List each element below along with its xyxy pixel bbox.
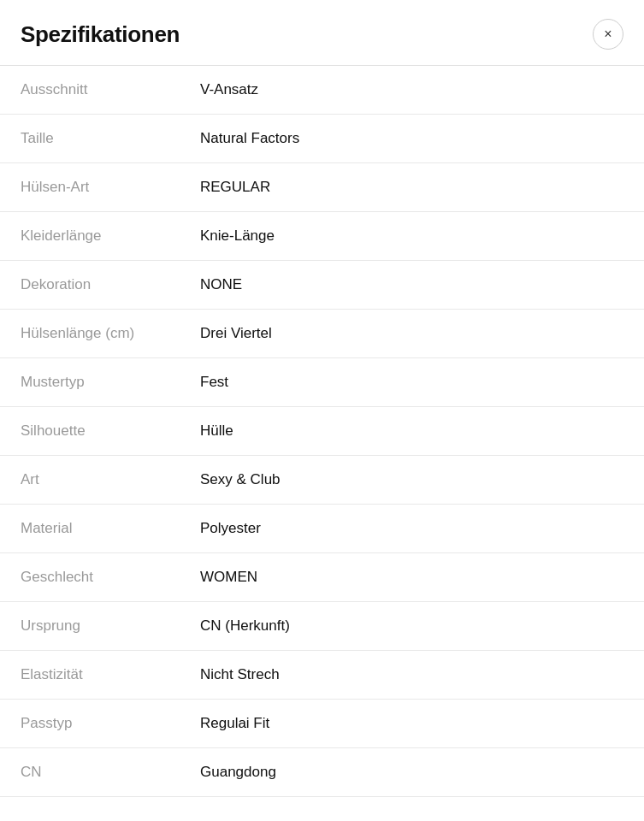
spec-value: REGULAR: [200, 179, 270, 196]
spec-label: Elastizität: [21, 666, 200, 683]
table-row: Hülsenlänge (cm)Drei Viertel: [0, 310, 644, 358]
spec-value: Regulai Fit: [200, 715, 269, 732]
modal-header: Spezifikationen ×: [0, 0, 644, 65]
table-row: KleiderlängeKnie-Länge: [0, 212, 644, 261]
spec-label: Ausschnitt: [21, 81, 200, 98]
spec-label: Geschlecht: [21, 569, 200, 586]
spec-label: Kleiderlänge: [21, 227, 200, 245]
table-row: MaterialPolyester: [0, 505, 644, 553]
spec-label: Ursprung: [21, 617, 200, 635]
spec-value: Sexy & Club: [200, 471, 281, 488]
spec-label: Mustertyp: [21, 374, 200, 391]
spec-label: Art: [21, 471, 200, 488]
table-row: Hülsen-ArtREGULAR: [0, 163, 644, 212]
spec-value: Drei Viertel: [200, 325, 272, 342]
close-button[interactable]: ×: [593, 19, 623, 50]
table-row: MustertypFest: [0, 358, 644, 407]
table-row: PasstypRegulai Fit: [0, 700, 644, 748]
spec-value: CN (Herkunft): [200, 617, 290, 635]
table-row: DekorationNONE: [0, 261, 644, 310]
spec-label: Taille: [21, 130, 200, 147]
spec-label: Passtyp: [21, 715, 200, 732]
specs-table: AusschnittV-AnsatzTailleNatural FactorsH…: [0, 66, 644, 797]
spec-label: Silhouette: [21, 422, 200, 440]
table-row: SilhouetteHülle: [0, 407, 644, 456]
spec-value: Natural Factors: [200, 130, 299, 147]
spec-value: Fest: [200, 374, 228, 391]
spec-label: Hülsenlänge (cm): [21, 325, 200, 342]
spec-value: Hülle: [200, 422, 233, 440]
spec-value: Guangdong: [200, 764, 276, 781]
spec-label: Hülsen-Art: [21, 179, 200, 196]
spec-label: CN: [21, 764, 200, 781]
table-row: ArtSexy & Club: [0, 456, 644, 505]
table-row: GeschlechtWOMEN: [0, 553, 644, 602]
spec-value: Knie-Länge: [200, 227, 275, 245]
table-row: CNGuangdong: [0, 748, 644, 797]
spec-value: Nicht Strech: [200, 666, 280, 683]
spec-value: WOMEN: [200, 569, 257, 586]
spec-label: Dekoration: [21, 276, 200, 293]
table-row: AusschnittV-Ansatz: [0, 66, 644, 115]
modal-container: Spezifikationen × AusschnittV-AnsatzTail…: [0, 0, 644, 821]
spec-value: NONE: [200, 276, 242, 293]
modal-title: Spezifikationen: [21, 21, 180, 48]
spec-label: Material: [21, 520, 200, 537]
table-row: ElastizitätNicht Strech: [0, 651, 644, 700]
table-row: TailleNatural Factors: [0, 115, 644, 163]
table-row: UrsprungCN (Herkunft): [0, 602, 644, 651]
spec-value: Polyester: [200, 520, 261, 537]
spec-value: V-Ansatz: [200, 81, 258, 98]
